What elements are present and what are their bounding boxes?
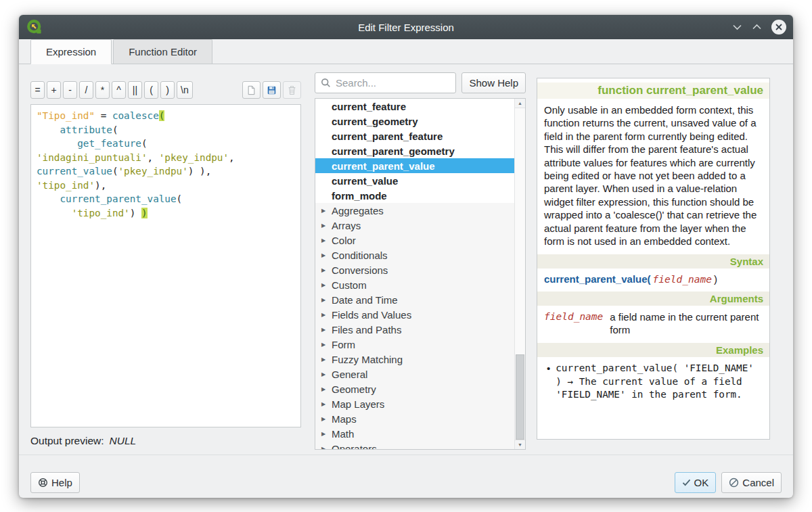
- ok-button-label: OK: [694, 477, 709, 488]
- group-item-geometry[interactable]: ▶Geometry: [315, 381, 514, 396]
- ok-button[interactable]: OK: [675, 472, 717, 493]
- group-item-form[interactable]: ▶Form: [315, 337, 514, 352]
- shade-down-icon[interactable]: [732, 24, 742, 30]
- function-list-rows: current_featurecurrent_geometrycurrent_p…: [315, 99, 514, 450]
- item-label: current_parent_geometry: [332, 145, 455, 157]
- group-item-fields-and-values[interactable]: ▶Fields and Values: [315, 307, 514, 322]
- item-label: Conditionals: [332, 250, 388, 261]
- operator-button[interactable]: /: [79, 81, 93, 99]
- code-line: 'tipo_ind'),: [37, 179, 295, 193]
- function-item-current-feature[interactable]: current_feature: [315, 99, 514, 114]
- save-expression-button[interactable]: [263, 81, 281, 99]
- new-expression-button[interactable]: [242, 81, 261, 99]
- function-item-current-geometry[interactable]: current_geometry: [315, 114, 514, 129]
- operator-button[interactable]: *: [95, 81, 110, 99]
- item-label: current_geometry: [332, 116, 418, 127]
- operator-button[interactable]: +: [47, 81, 61, 99]
- item-label: form_mode: [332, 190, 387, 202]
- scroll-up-icon[interactable]: ▲: [515, 99, 525, 108]
- function-list: current_featurecurrent_geometrycurrent_p…: [315, 98, 526, 450]
- group-item-files-and-paths[interactable]: ▶Files and Paths: [315, 322, 514, 337]
- group-item-general[interactable]: ▶General: [315, 367, 514, 381]
- cancel-button[interactable]: Cancel: [721, 472, 782, 493]
- expander-arrow-icon: ▶: [315, 401, 332, 407]
- operator-button[interactable]: ^: [112, 81, 126, 99]
- syntax-line: current_parent_value(field_name): [544, 273, 763, 285]
- tab-function-editor[interactable]: Function Editor: [113, 39, 212, 64]
- output-preview-value: NULL: [110, 435, 137, 447]
- function-list-column: Show Help current_featurecurrent_geometr…: [315, 64, 526, 455]
- expression-code-editor[interactable]: "Tipo_ind" = coalesce( attribute( get_fe…: [30, 104, 301, 427]
- show-help-button[interactable]: Show Help: [461, 72, 526, 93]
- expander-arrow-icon: ▶: [315, 223, 332, 229]
- titlebar[interactable]: Edit Filter Expression: [19, 15, 793, 39]
- item-label: Date and Time: [332, 294, 398, 306]
- group-item-custom[interactable]: ▶Custom: [315, 277, 514, 292]
- help-description: Only usable in an embedded form context,…: [544, 103, 763, 248]
- operator-button[interactable]: ||: [128, 81, 142, 99]
- item-label: current_parent_feature: [332, 131, 443, 142]
- group-item-math[interactable]: ▶Math: [315, 426, 514, 441]
- function-item-current-parent-value[interactable]: current_parent_value: [315, 158, 514, 173]
- expander-arrow-icon: ▶: [315, 297, 332, 303]
- expander-arrow-icon: ▶: [315, 431, 332, 437]
- argument-name: field_name: [544, 310, 603, 336]
- item-label: Fields and Values: [332, 309, 411, 321]
- group-item-map-layers[interactable]: ▶Map Layers: [315, 396, 514, 411]
- code-line: attribute(: [37, 123, 295, 137]
- expander-arrow-icon: ▶: [315, 282, 332, 288]
- group-item-aggregates[interactable]: ▶Aggregates: [315, 203, 514, 218]
- group-item-fuzzy-matching[interactable]: ▶Fuzzy Matching: [315, 352, 514, 367]
- group-item-color[interactable]: ▶Color: [315, 233, 514, 248]
- tab-bar: Expression Function Editor: [19, 39, 793, 64]
- item-label: Maps: [332, 413, 357, 425]
- function-list-scrollbar[interactable]: ▲ ▼: [514, 99, 525, 449]
- close-button[interactable]: [771, 20, 786, 34]
- expander-arrow-icon: ▶: [315, 356, 332, 363]
- example-item: • current_parent_value( 'FIELD_NAME' ) →…: [547, 362, 763, 402]
- operator-button[interactable]: (: [144, 81, 158, 99]
- group-item-date-and-time[interactable]: ▶Date and Time: [315, 292, 514, 307]
- code-line: current_parent_value(: [37, 192, 295, 206]
- help-button[interactable]: Help: [30, 472, 80, 493]
- code-line: get_feature(: [37, 137, 295, 151]
- expander-arrow-icon: ▶: [315, 386, 332, 392]
- function-item-current-parent-feature[interactable]: current_parent_feature: [315, 129, 514, 143]
- edit-filter-expression-dialog: Edit Filter Expression Expression Functi…: [19, 15, 793, 498]
- tab-expression[interactable]: Expression: [30, 39, 112, 64]
- group-item-conversions[interactable]: ▶Conversions: [315, 262, 514, 277]
- search-input[interactable]: [315, 72, 456, 93]
- syntax-argument: field_name: [653, 274, 712, 285]
- output-preview: Output preview: NULL: [30, 435, 301, 447]
- operator-button[interactable]: \n: [177, 81, 193, 99]
- argument-row: field_name a field name in the current p…: [544, 310, 763, 336]
- item-label: current_parent_value: [332, 160, 435, 172]
- group-item-maps[interactable]: ▶Maps: [315, 411, 514, 426]
- qgis-logo-icon: [26, 18, 43, 36]
- syntax-close-paren: ): [714, 273, 717, 285]
- footer-bar: Help OK Cancel: [19, 455, 793, 498]
- scrollbar-thumb[interactable]: [516, 354, 524, 440]
- item-label: Aggregates: [332, 205, 384, 216]
- group-item-conditionals[interactable]: ▶Conditionals: [315, 248, 514, 262]
- item-label: Operators: [332, 443, 377, 450]
- code-line: 'indagini_puntuali', 'pkey_indpu',: [37, 151, 295, 165]
- item-label: current_value: [332, 175, 398, 187]
- operator-button[interactable]: ): [160, 81, 175, 99]
- scroll-down-icon[interactable]: ▼: [515, 440, 525, 449]
- arguments-section-header: Arguments: [537, 292, 769, 306]
- syntax-section-header: Syntax: [537, 254, 769, 269]
- help-column: function current_parent_value Only usabl…: [537, 64, 770, 455]
- shade-up-icon[interactable]: [752, 24, 762, 30]
- group-item-operators[interactable]: ▶Operators: [315, 441, 514, 450]
- operator-button[interactable]: =: [30, 81, 45, 99]
- function-item-form-mode[interactable]: form_mode: [315, 188, 514, 203]
- item-label: Arrays: [332, 220, 361, 231]
- delete-expression-button[interactable]: [283, 81, 301, 99]
- function-item-current-parent-geometry[interactable]: current_parent_geometry: [315, 143, 514, 158]
- expander-arrow-icon: ▶: [315, 208, 332, 214]
- operator-button[interactable]: -: [63, 81, 77, 99]
- expander-arrow-icon: ▶: [315, 267, 332, 273]
- function-item-current-value[interactable]: current_value: [315, 173, 514, 188]
- group-item-arrays[interactable]: ▶Arrays: [315, 218, 514, 233]
